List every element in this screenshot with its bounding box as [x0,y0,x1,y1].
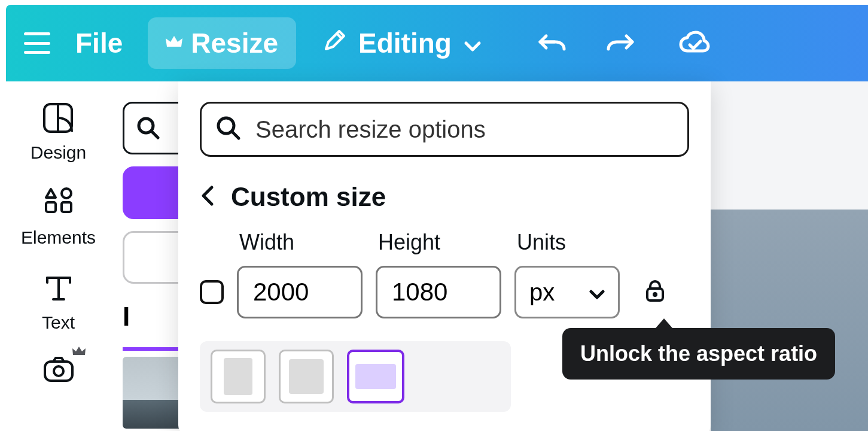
svg-point-5 [54,366,63,376]
canvas-preview [711,210,868,431]
sidebar-item-label: Text [42,312,75,333]
resize-label: Resize [191,27,278,59]
width-label: Width [239,230,378,255]
sidebar-item-text[interactable]: Text [42,272,75,333]
orientation-landscape[interactable] [347,350,404,403]
sidebar-item-photos[interactable] [42,357,75,389]
design-icon [42,102,74,134]
top-toolbar: File Resize Editing [6,5,868,81]
resize-menu[interactable]: Resize [148,17,296,69]
search-icon [216,116,241,143]
editing-label: Editing [358,27,452,59]
width-input[interactable] [237,266,363,318]
aspect-lock-button[interactable] [645,279,665,305]
undo-button[interactable] [534,31,570,55]
resize-search-input[interactable] [255,116,673,143]
tooltip-text: Unlock the aspect ratio [580,341,817,366]
menu-icon[interactable] [24,30,50,56]
units-value: px [529,279,555,306]
photos-icon [42,357,75,389]
orientation-square[interactable] [279,350,334,403]
custom-size-title: Custom size [231,182,386,212]
units-label: Units [517,230,566,255]
sidebar-item-label: Elements [21,227,96,248]
pencil-icon [322,27,346,59]
editing-mode-menu[interactable]: Editing [322,27,482,59]
svg-point-1 [62,189,71,198]
sidebar-item-elements[interactable]: Elements [21,187,96,248]
units-select[interactable]: px [514,266,620,318]
height-label: Height [378,230,517,255]
cloud-sync-icon[interactable] [677,31,712,56]
svg-point-9 [654,293,656,296]
svg-rect-4 [45,362,72,381]
svg-rect-2 [46,202,56,212]
chevron-down-icon [589,279,605,306]
left-sidebar: Design Elements Text [6,102,111,389]
file-menu[interactable]: File [65,21,133,65]
checkbox[interactable] [200,280,224,304]
crown-icon [166,35,182,51]
resize-search-field[interactable] [200,102,689,157]
svg-rect-3 [62,202,71,212]
back-button[interactable] [200,185,214,209]
sidebar-item-design[interactable]: Design [31,102,86,163]
height-input[interactable] [376,266,501,318]
orientation-presets [200,341,511,412]
canvas-blank-area [711,81,868,210]
text-icon [42,272,75,304]
elements-icon [42,187,75,219]
tooltip: Unlock the aspect ratio [562,328,835,380]
crown-icon [72,346,86,359]
chevron-down-icon [464,27,482,59]
svg-point-7 [218,118,234,133]
redo-button[interactable] [602,31,638,55]
orientation-portrait[interactable] [211,350,266,403]
sidebar-item-label: Design [31,142,86,163]
